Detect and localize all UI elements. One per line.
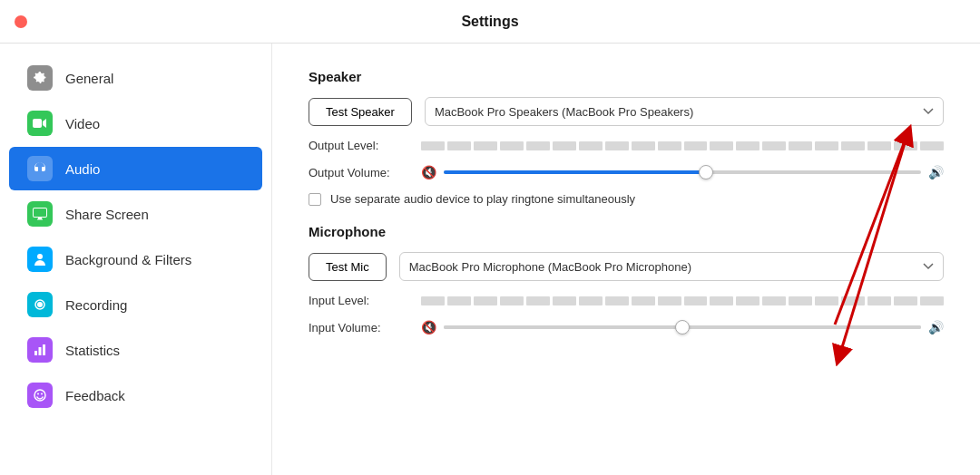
input-volume-thumb[interactable] xyxy=(675,320,690,334)
page-title: Settings xyxy=(461,14,518,30)
video-icon xyxy=(27,111,53,136)
output-volume-thumb[interactable] xyxy=(699,165,713,179)
input-volume-slider-container: 🔇 🔊 xyxy=(421,320,944,334)
ringtone-checkbox[interactable] xyxy=(309,193,321,206)
test-speaker-button[interactable]: Test Speaker xyxy=(309,98,412,126)
ringtone-label: Use separate audio device to play ringto… xyxy=(330,192,635,206)
input-volume-high-icon: 🔊 xyxy=(928,320,944,334)
svg-rect-8 xyxy=(43,344,45,355)
titlebar: Settings xyxy=(0,0,980,44)
output-level-bar xyxy=(421,141,944,151)
sidebar-label-share-screen: Share Screen xyxy=(65,207,149,222)
sidebar-item-recording[interactable]: Recording xyxy=(9,283,262,326)
svg-point-3 xyxy=(37,254,43,259)
svg-point-11 xyxy=(41,393,43,395)
input-level-label: Input Level: xyxy=(309,294,408,307)
record-icon xyxy=(27,292,53,317)
sidebar-label-video: Video xyxy=(65,116,100,131)
content-area: Speaker Test Speaker MacBook Pro Speaker… xyxy=(272,44,980,475)
sidebar-item-general[interactable]: General xyxy=(9,56,262,100)
sidebar-item-background[interactable]: Background & Filters xyxy=(9,238,262,281)
input-volume-low-icon: 🔇 xyxy=(421,320,436,334)
person-icon xyxy=(27,247,53,272)
microphone-select[interactable]: MacBook Pro Microphone (MacBook Pro Micr… xyxy=(399,252,944,281)
sidebar-label-audio: Audio xyxy=(65,161,100,177)
svg-point-5 xyxy=(37,302,43,307)
sidebar-label-background: Background & Filters xyxy=(65,252,191,267)
sidebar-item-video[interactable]: Video xyxy=(9,102,262,145)
sidebar-item-audio[interactable]: Audio xyxy=(9,147,262,190)
speaker-select[interactable]: MacBook Pro Speakers (MacBook Pro Speake… xyxy=(425,97,944,126)
headphones-icon xyxy=(27,156,53,181)
speaker-device-row: Test Speaker MacBook Pro Speakers (MacBo… xyxy=(309,97,944,126)
share-screen-icon xyxy=(27,201,53,227)
output-volume-label: Output Volume: xyxy=(309,166,408,179)
main-layout: General Video Audio Share Screen xyxy=(0,44,980,475)
microphone-section: Microphone Test Mic MacBook Pro Micropho… xyxy=(309,224,944,334)
speaker-title: Speaker xyxy=(309,69,944,84)
output-level-row: Output Level: xyxy=(309,139,944,152)
output-volume-row: Output Volume: 🔇 🔊 xyxy=(309,165,944,179)
gear-icon xyxy=(27,65,53,91)
svg-rect-6 xyxy=(34,351,37,355)
smile-icon xyxy=(27,383,53,408)
output-volume-fill xyxy=(444,170,706,174)
sidebar-label-statistics: Statistics xyxy=(65,343,120,358)
volume-low-icon: 🔇 xyxy=(421,165,436,179)
output-level-label: Output Level: xyxy=(309,139,408,152)
svg-rect-0 xyxy=(33,119,42,128)
sidebar-item-statistics[interactable]: Statistics xyxy=(9,328,262,372)
svg-rect-7 xyxy=(39,347,42,355)
sidebar: General Video Audio Share Screen xyxy=(0,44,272,475)
volume-high-icon: 🔊 xyxy=(928,165,944,179)
input-volume-label: Input Volume: xyxy=(309,321,408,334)
input-volume-track[interactable] xyxy=(444,325,921,329)
sidebar-label-general: General xyxy=(65,71,113,86)
microphone-device-row: Test Mic MacBook Pro Microphone (MacBook… xyxy=(309,252,944,281)
input-level-bar xyxy=(421,296,944,306)
microphone-title: Microphone xyxy=(309,224,944,239)
sidebar-item-feedback[interactable]: Feedback xyxy=(9,373,262,417)
output-volume-track[interactable] xyxy=(444,170,921,174)
svg-rect-2 xyxy=(34,208,46,217)
ringtone-checkbox-row: Use separate audio device to play ringto… xyxy=(309,192,944,206)
close-button[interactable] xyxy=(15,15,27,28)
output-volume-slider-container: 🔇 🔊 xyxy=(421,165,944,179)
input-level-row: Input Level: xyxy=(309,294,944,307)
sidebar-label-recording: Recording xyxy=(65,297,127,313)
input-volume-row: Input Volume: 🔇 🔊 xyxy=(309,320,944,334)
test-mic-button[interactable]: Test Mic xyxy=(309,253,387,281)
sidebar-item-share-screen[interactable]: Share Screen xyxy=(9,192,262,236)
bar-chart-icon xyxy=(27,337,53,363)
speaker-section: Speaker Test Speaker MacBook Pro Speaker… xyxy=(309,69,944,206)
svg-point-10 xyxy=(37,393,39,395)
sidebar-label-feedback: Feedback xyxy=(65,388,125,403)
